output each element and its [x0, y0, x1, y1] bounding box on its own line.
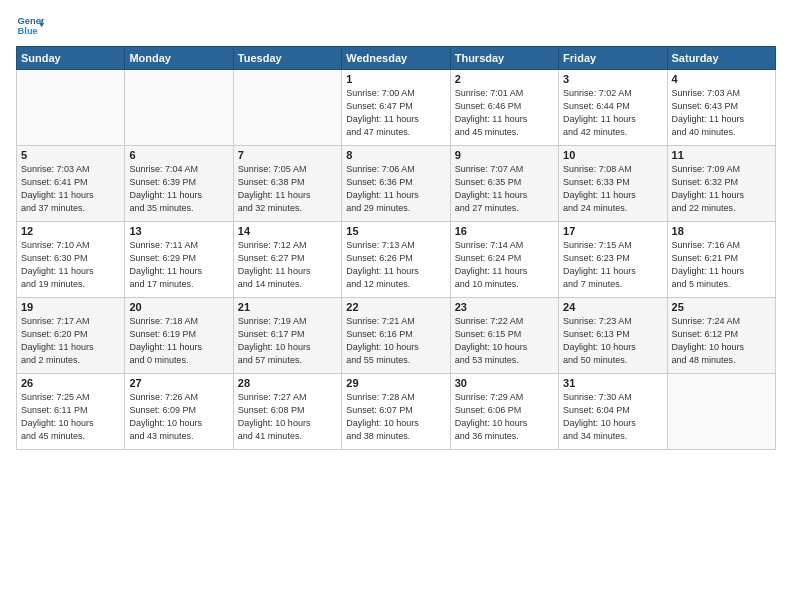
week-row-5: 26Sunrise: 7:25 AM Sunset: 6:11 PM Dayli…	[17, 374, 776, 450]
day-info: Sunrise: 7:28 AM Sunset: 6:07 PM Dayligh…	[346, 391, 445, 443]
weekday-header-sunday: Sunday	[17, 47, 125, 70]
day-info: Sunrise: 7:22 AM Sunset: 6:15 PM Dayligh…	[455, 315, 554, 367]
calendar-table: SundayMondayTuesdayWednesdayThursdayFrid…	[16, 46, 776, 450]
day-info: Sunrise: 7:02 AM Sunset: 6:44 PM Dayligh…	[563, 87, 662, 139]
day-number: 30	[455, 377, 554, 389]
day-number: 13	[129, 225, 228, 237]
day-info: Sunrise: 7:30 AM Sunset: 6:04 PM Dayligh…	[563, 391, 662, 443]
day-info: Sunrise: 7:26 AM Sunset: 6:09 PM Dayligh…	[129, 391, 228, 443]
day-number: 11	[672, 149, 771, 161]
day-number: 10	[563, 149, 662, 161]
day-number: 17	[563, 225, 662, 237]
week-row-3: 12Sunrise: 7:10 AM Sunset: 6:30 PM Dayli…	[17, 222, 776, 298]
day-number: 21	[238, 301, 337, 313]
week-row-1: 1Sunrise: 7:00 AM Sunset: 6:47 PM Daylig…	[17, 70, 776, 146]
logo-icon: General Blue	[16, 12, 44, 40]
day-number: 24	[563, 301, 662, 313]
week-row-2: 5Sunrise: 7:03 AM Sunset: 6:41 PM Daylig…	[17, 146, 776, 222]
day-number: 27	[129, 377, 228, 389]
day-number: 14	[238, 225, 337, 237]
calendar-cell: 4Sunrise: 7:03 AM Sunset: 6:43 PM Daylig…	[667, 70, 775, 146]
day-number: 22	[346, 301, 445, 313]
calendar-cell: 16Sunrise: 7:14 AM Sunset: 6:24 PM Dayli…	[450, 222, 558, 298]
calendar-cell	[667, 374, 775, 450]
calendar-cell: 8Sunrise: 7:06 AM Sunset: 6:36 PM Daylig…	[342, 146, 450, 222]
day-number: 1	[346, 73, 445, 85]
day-number: 5	[21, 149, 120, 161]
calendar-cell: 31Sunrise: 7:30 AM Sunset: 6:04 PM Dayli…	[559, 374, 667, 450]
day-number: 18	[672, 225, 771, 237]
day-info: Sunrise: 7:12 AM Sunset: 6:27 PM Dayligh…	[238, 239, 337, 291]
day-number: 25	[672, 301, 771, 313]
weekday-header-tuesday: Tuesday	[233, 47, 341, 70]
calendar-cell	[125, 70, 233, 146]
calendar-cell: 29Sunrise: 7:28 AM Sunset: 6:07 PM Dayli…	[342, 374, 450, 450]
day-number: 19	[21, 301, 120, 313]
day-info: Sunrise: 7:14 AM Sunset: 6:24 PM Dayligh…	[455, 239, 554, 291]
calendar-cell: 21Sunrise: 7:19 AM Sunset: 6:17 PM Dayli…	[233, 298, 341, 374]
day-number: 3	[563, 73, 662, 85]
day-info: Sunrise: 7:23 AM Sunset: 6:13 PM Dayligh…	[563, 315, 662, 367]
day-info: Sunrise: 7:04 AM Sunset: 6:39 PM Dayligh…	[129, 163, 228, 215]
day-info: Sunrise: 7:05 AM Sunset: 6:38 PM Dayligh…	[238, 163, 337, 215]
day-number: 2	[455, 73, 554, 85]
weekday-header-saturday: Saturday	[667, 47, 775, 70]
day-number: 12	[21, 225, 120, 237]
header: General Blue	[16, 12, 776, 40]
calendar-cell: 28Sunrise: 7:27 AM Sunset: 6:08 PM Dayli…	[233, 374, 341, 450]
day-number: 15	[346, 225, 445, 237]
day-info: Sunrise: 7:24 AM Sunset: 6:12 PM Dayligh…	[672, 315, 771, 367]
calendar-cell: 12Sunrise: 7:10 AM Sunset: 6:30 PM Dayli…	[17, 222, 125, 298]
calendar-cell: 15Sunrise: 7:13 AM Sunset: 6:26 PM Dayli…	[342, 222, 450, 298]
day-info: Sunrise: 7:03 AM Sunset: 6:43 PM Dayligh…	[672, 87, 771, 139]
day-number: 16	[455, 225, 554, 237]
calendar-cell: 19Sunrise: 7:17 AM Sunset: 6:20 PM Dayli…	[17, 298, 125, 374]
calendar-cell	[17, 70, 125, 146]
page: General Blue SundayMondayTuesdayWednesda…	[0, 0, 792, 612]
day-number: 7	[238, 149, 337, 161]
day-info: Sunrise: 7:01 AM Sunset: 6:46 PM Dayligh…	[455, 87, 554, 139]
day-number: 31	[563, 377, 662, 389]
calendar-cell: 22Sunrise: 7:21 AM Sunset: 6:16 PM Dayli…	[342, 298, 450, 374]
weekday-header-thursday: Thursday	[450, 47, 558, 70]
weekday-header-wednesday: Wednesday	[342, 47, 450, 70]
calendar-cell: 1Sunrise: 7:00 AM Sunset: 6:47 PM Daylig…	[342, 70, 450, 146]
day-number: 28	[238, 377, 337, 389]
day-info: Sunrise: 7:15 AM Sunset: 6:23 PM Dayligh…	[563, 239, 662, 291]
day-info: Sunrise: 7:13 AM Sunset: 6:26 PM Dayligh…	[346, 239, 445, 291]
calendar-body: 1Sunrise: 7:00 AM Sunset: 6:47 PM Daylig…	[17, 70, 776, 450]
weekday-header-monday: Monday	[125, 47, 233, 70]
weekday-header-row: SundayMondayTuesdayWednesdayThursdayFrid…	[17, 47, 776, 70]
day-number: 23	[455, 301, 554, 313]
day-info: Sunrise: 7:08 AM Sunset: 6:33 PM Dayligh…	[563, 163, 662, 215]
calendar-cell: 24Sunrise: 7:23 AM Sunset: 6:13 PM Dayli…	[559, 298, 667, 374]
calendar-cell: 2Sunrise: 7:01 AM Sunset: 6:46 PM Daylig…	[450, 70, 558, 146]
day-info: Sunrise: 7:19 AM Sunset: 6:17 PM Dayligh…	[238, 315, 337, 367]
day-number: 8	[346, 149, 445, 161]
calendar-cell	[233, 70, 341, 146]
day-number: 20	[129, 301, 228, 313]
calendar-cell: 10Sunrise: 7:08 AM Sunset: 6:33 PM Dayli…	[559, 146, 667, 222]
calendar-cell: 14Sunrise: 7:12 AM Sunset: 6:27 PM Dayli…	[233, 222, 341, 298]
calendar-cell: 13Sunrise: 7:11 AM Sunset: 6:29 PM Dayli…	[125, 222, 233, 298]
day-info: Sunrise: 7:27 AM Sunset: 6:08 PM Dayligh…	[238, 391, 337, 443]
weekday-header-friday: Friday	[559, 47, 667, 70]
week-row-4: 19Sunrise: 7:17 AM Sunset: 6:20 PM Dayli…	[17, 298, 776, 374]
calendar-cell: 20Sunrise: 7:18 AM Sunset: 6:19 PM Dayli…	[125, 298, 233, 374]
calendar-cell: 18Sunrise: 7:16 AM Sunset: 6:21 PM Dayli…	[667, 222, 775, 298]
day-info: Sunrise: 7:07 AM Sunset: 6:35 PM Dayligh…	[455, 163, 554, 215]
calendar-cell: 25Sunrise: 7:24 AM Sunset: 6:12 PM Dayli…	[667, 298, 775, 374]
day-info: Sunrise: 7:25 AM Sunset: 6:11 PM Dayligh…	[21, 391, 120, 443]
day-info: Sunrise: 7:03 AM Sunset: 6:41 PM Dayligh…	[21, 163, 120, 215]
day-number: 9	[455, 149, 554, 161]
day-info: Sunrise: 7:18 AM Sunset: 6:19 PM Dayligh…	[129, 315, 228, 367]
calendar-cell: 7Sunrise: 7:05 AM Sunset: 6:38 PM Daylig…	[233, 146, 341, 222]
day-info: Sunrise: 7:16 AM Sunset: 6:21 PM Dayligh…	[672, 239, 771, 291]
calendar-cell: 26Sunrise: 7:25 AM Sunset: 6:11 PM Dayli…	[17, 374, 125, 450]
day-info: Sunrise: 7:17 AM Sunset: 6:20 PM Dayligh…	[21, 315, 120, 367]
day-info: Sunrise: 7:00 AM Sunset: 6:47 PM Dayligh…	[346, 87, 445, 139]
calendar-cell: 17Sunrise: 7:15 AM Sunset: 6:23 PM Dayli…	[559, 222, 667, 298]
day-info: Sunrise: 7:06 AM Sunset: 6:36 PM Dayligh…	[346, 163, 445, 215]
day-number: 26	[21, 377, 120, 389]
day-info: Sunrise: 7:09 AM Sunset: 6:32 PM Dayligh…	[672, 163, 771, 215]
